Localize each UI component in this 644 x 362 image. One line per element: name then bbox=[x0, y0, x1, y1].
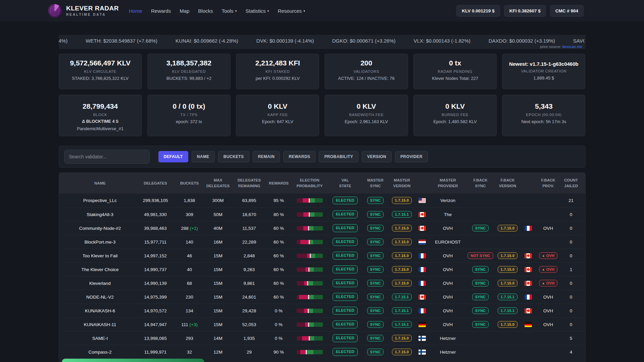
table-row[interactable]: The Klever Choice14,990,7374015M9,26360 … bbox=[64, 262, 585, 276]
nav-link-rewards[interactable]: Rewards bbox=[151, 8, 171, 14]
max-delegates-value: 16M bbox=[204, 240, 232, 245]
filter-remain[interactable]: REMAIN bbox=[253, 151, 280, 162]
nav-link-home[interactable]: Home bbox=[129, 8, 142, 14]
fr-flag-icon bbox=[418, 267, 426, 272]
table-row[interactable]: NODE-NL-V214,975,39923015M24,60160 %ELEC… bbox=[64, 290, 585, 304]
table-row[interactable]: KUNAIKASH-1114,947,947111 (+3)15M52,0530… bbox=[64, 317, 585, 331]
master-sync-badge-cell: SYNC bbox=[362, 252, 389, 259]
stat-label: KAPP FEE bbox=[239, 113, 316, 117]
de-flag-icon bbox=[418, 322, 426, 327]
rewards-value: 95 % bbox=[267, 198, 291, 203]
validator-name: Staking4All-3 bbox=[64, 212, 136, 217]
fback-sync-badge-cell: NOT SYNC bbox=[467, 252, 494, 259]
count-jailed-value: 0 bbox=[561, 240, 581, 245]
fr-flag-icon bbox=[418, 308, 426, 313]
master-flag-cell bbox=[415, 308, 429, 313]
table-row[interactable]: KUNAIKASH-614,970,57213415M29,4280 %ELEC… bbox=[64, 304, 585, 317]
filter-probability[interactable]: PROBABILITY bbox=[319, 151, 358, 162]
nav-link-resources[interactable]: Resources▾ bbox=[278, 8, 305, 14]
column-header-rewards: REWARDS bbox=[267, 180, 291, 186]
nav-link-tools[interactable]: Tools▾ bbox=[222, 8, 237, 14]
filter-default[interactable]: DEFAULT bbox=[158, 151, 188, 162]
master-provider: Hetzner bbox=[429, 336, 467, 341]
fback-version-badge: 1.7.15.0 bbox=[498, 280, 517, 287]
table-row[interactable]: Prospective_LLc299,936,1051,838300M63,89… bbox=[64, 194, 585, 207]
ca-flag-icon bbox=[525, 253, 532, 258]
master-sync-badge: SYNC bbox=[367, 280, 384, 287]
ticker-item: VLX: $0.000143 (-1.82%) bbox=[414, 38, 470, 44]
price-badge-kfi[interactable]: KFI 0.382607 $ bbox=[504, 5, 546, 17]
filter-rewards[interactable]: REWARDS bbox=[283, 151, 315, 162]
klever-radar-logo-icon[interactable] bbox=[48, 4, 61, 17]
election-probability-bar bbox=[297, 322, 323, 327]
max-delegates-value: 15M bbox=[204, 253, 232, 258]
nav-link-statistics[interactable]: Statistics▾ bbox=[246, 8, 269, 14]
rewards-value: 60 % bbox=[267, 281, 291, 286]
search-input[interactable] bbox=[64, 150, 150, 164]
election-probability-cell bbox=[291, 240, 329, 244]
table-row[interactable]: BlockPort.me-315,977,71114016M22,28960 %… bbox=[64, 235, 585, 249]
val-state-badge-cell: ELECTED bbox=[329, 238, 362, 246]
table-row[interactable]: Compass-211,999,9713212M2990 %ELECTEDSYN… bbox=[64, 345, 585, 359]
stat-card-epoch-00-00-04: 5,343EPOCH (00:00:04)Next epoch: 5h 17m … bbox=[502, 95, 585, 136]
table-row[interactable]: Kleverland14,990,1396815M9,86160 %ELECTE… bbox=[64, 276, 585, 290]
filter-provider[interactable]: PROVIDER bbox=[395, 151, 428, 162]
filter-buckets[interactable]: BUCKETS bbox=[218, 151, 249, 162]
nav-link-label: Tools bbox=[222, 8, 234, 14]
rewards-value: 60 % bbox=[267, 253, 291, 258]
stat-value: 9,572,566,497 KLV bbox=[62, 59, 139, 67]
master-version-badge: 1.7.15.0 bbox=[392, 252, 412, 259]
max-delegates-value: 50M bbox=[204, 212, 232, 217]
stat-label: TX / TPS bbox=[150, 113, 228, 117]
table-row[interactable]: Too Klever to Fail14,997,1524615M2,84860… bbox=[64, 249, 585, 262]
delegates-value: 13,998,065 bbox=[136, 336, 175, 341]
fi-flag-icon bbox=[418, 336, 426, 341]
table-body: Prospective_LLc299,936,1051,838300M63,89… bbox=[59, 194, 585, 359]
brand[interactable]: KLEVER RADAR REALTIME DATA bbox=[48, 4, 119, 17]
master-version-badge-cell: 1.7.15.1 bbox=[389, 211, 415, 218]
column-header-f-back-sync: F.BACKSYNC bbox=[467, 177, 494, 189]
stat-label: BANDWIDTH FEE bbox=[328, 113, 405, 117]
delegates-value: 14,947,947 bbox=[136, 322, 175, 327]
price-source-link[interactable]: dexscan.me bbox=[562, 45, 582, 49]
fr-flag-icon bbox=[525, 226, 532, 231]
master-sync-badge-cell: SYNC bbox=[362, 294, 389, 301]
fback-version-badge-cell: 1.7.15.0 bbox=[494, 225, 521, 232]
val-state-badge-cell: ELECTED bbox=[329, 320, 362, 328]
filter-name[interactable]: NAME bbox=[192, 151, 215, 162]
val-state-badge: ELECTED bbox=[333, 334, 358, 342]
stat-card-block: 28,799,434BLOCKΔ BLOCKTIME 4 SPandemicMu… bbox=[59, 95, 142, 136]
stat-label: BURNED FEE bbox=[416, 113, 494, 117]
rewards-value: 0 % bbox=[267, 308, 291, 313]
fback-sync-badge-cell: SYNC bbox=[467, 307, 494, 314]
nav-link-map[interactable]: Map bbox=[180, 8, 189, 14]
master-version-badge: 1.7.15.0 bbox=[392, 335, 412, 342]
delegates-value: 49,981,330 bbox=[136, 212, 175, 217]
ca-flag-icon bbox=[525, 308, 532, 313]
master-version-badge: 1.7.15.0 bbox=[392, 266, 412, 273]
filter-version[interactable]: VERSION bbox=[362, 151, 392, 162]
sort-filter-buttons: DEFAULTNAMEBUCKETSREMAINREWARDSPROBABILI… bbox=[158, 151, 428, 162]
nav-link-blocks[interactable]: Blocks bbox=[198, 8, 213, 14]
rewards-value: 0 % bbox=[267, 322, 291, 327]
election-probability-bar bbox=[297, 254, 323, 258]
stat-value: 2,212,483 KFI bbox=[239, 59, 316, 67]
rewards-value: 80 % bbox=[267, 212, 291, 217]
price-badge-cmc[interactable]: CMC # 904 bbox=[550, 5, 584, 17]
val-state-badge-cell: ELECTED bbox=[329, 224, 362, 232]
master-version-badge-cell: 1.7.15.0 bbox=[389, 280, 415, 287]
fr-flag-icon bbox=[418, 253, 426, 258]
table-row[interactable]: SAME-I13,998,06529314M1,9350 %ELECTEDSYN… bbox=[64, 331, 585, 345]
stat-value: 200 bbox=[328, 59, 405, 67]
column-header-master-provider: MASTERPROVIDER bbox=[429, 177, 467, 189]
rewards-value: 90 % bbox=[267, 350, 291, 355]
price-badge-klv[interactable]: KLV 0.001219 $ bbox=[456, 5, 500, 17]
brand-title: KLEVER RADAR bbox=[66, 5, 119, 12]
max-delegates-value: 15M bbox=[204, 267, 232, 272]
stat-sub: per KFI: 0.000292 KLV bbox=[239, 76, 316, 81]
stat-cards-row-2: 28,799,434BLOCKΔ BLOCKTIME 4 SPandemicMu… bbox=[59, 95, 586, 136]
fback-version-badge-cell: 1.7.15.0 bbox=[494, 321, 521, 328]
table-row[interactable]: Staking4All-349,981,33030950M18,67080 %E… bbox=[64, 207, 585, 221]
table-row[interactable]: Community-Node-#239,988,463288 (+1)40M11… bbox=[64, 221, 585, 235]
fback-version-badge-cell: 1.7.15.0 bbox=[494, 252, 521, 259]
